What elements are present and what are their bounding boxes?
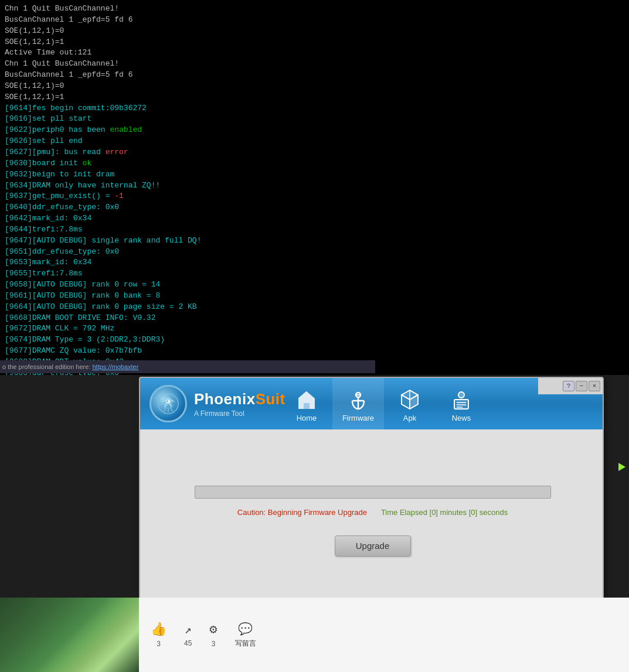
term-line: [9627][pmu]: bus read error xyxy=(5,147,624,158)
cursor-arrow xyxy=(618,463,625,471)
term-line: [9647][AUTO DEBUG] single rank and full … xyxy=(5,236,624,247)
nav-tab-home[interactable]: Home xyxy=(281,378,332,429)
share-button[interactable]: ↗ 45 xyxy=(184,622,192,647)
term-line: Chn 1 Quit BusCanChannel! xyxy=(5,59,624,70)
term-line: [9644]trefi:7.8ms xyxy=(5,224,624,236)
like-button[interactable]: 👍 3 xyxy=(151,622,166,648)
progress-bar-container xyxy=(195,486,551,499)
app-logo xyxy=(149,385,187,422)
settings-count: 3 xyxy=(212,640,216,648)
caution-text: Caution: Beginning Firmware Upgrade xyxy=(237,508,367,517)
term-line: [9655]trefi:7.8ms xyxy=(5,268,624,279)
term-line: [9642]mark_id: 0x34 xyxy=(5,213,624,224)
nav-tab-news[interactable]: News xyxy=(436,378,487,429)
brand-prefix: Phoenix xyxy=(194,390,256,408)
svg-point-1 xyxy=(166,400,170,403)
term-line: SOE(1,12,1)=1 xyxy=(5,92,624,103)
nav-tab-apk[interactable]: Apk xyxy=(384,378,436,429)
settings-button[interactable]: ⚙ 3 xyxy=(209,622,217,648)
terminal: Chn 1 Quit BusCanChannel! BusCanChannel … xyxy=(0,0,629,375)
bottom-section: 👍 3 ↗ 45 ⚙ 3 💬 写留言 xyxy=(0,598,629,672)
share-count: 45 xyxy=(184,639,192,647)
dialog-titlebar: ? − × xyxy=(538,378,603,394)
term-line: [9632]beign to init dram xyxy=(5,169,624,180)
minimize-button[interactable]: − xyxy=(576,381,587,391)
phoenix-icon xyxy=(157,393,179,415)
nav-firmware-label: Firmware xyxy=(342,414,374,422)
term-line: [9674]DRAM Type = 3 (2:DDR2,3:DDR3) xyxy=(5,335,624,346)
term-line: [9653]mark_id: 0x34 xyxy=(5,257,624,268)
term-line: [9668]DRAM BOOT DRIVE INFO: V0.32 xyxy=(5,313,624,324)
home-icon xyxy=(295,388,318,411)
term-line: SOE(1,12,1)=0 xyxy=(5,81,624,92)
dialog-header: PhoenixSuit A Firmware Tool Home xyxy=(140,378,604,429)
anchor-icon xyxy=(346,388,370,411)
term-line: [9677]DRAMC ZQ value: 0x7b7bfb xyxy=(5,346,624,357)
term-line: [9614]fes begin commit:09b36272 xyxy=(5,103,624,114)
term-line: [9616]set pll start xyxy=(5,114,624,125)
comment-icon: 💬 xyxy=(238,622,253,636)
share-icon: ↗ xyxy=(185,622,192,637)
term-line: [9661][AUTO DEBUG] rank 0 bank = 8 xyxy=(5,291,624,302)
mobaxterm-link[interactable]: https://mobaxter xyxy=(93,363,139,370)
brand-tagline: A Firmware Tool xyxy=(194,410,285,418)
term-line: [9658][AUTO DEBUG] rank 0 row = 14 xyxy=(5,279,624,291)
nav-tabs: Home Firmware xyxy=(281,378,487,429)
phoenix-dialog: ? − × PhoenixSuit A Firmwa xyxy=(139,377,604,611)
brand-text: PhoenixSuit A Firmware Tool xyxy=(194,390,285,418)
term-line: BusCanChannel 1 _epfd=5 fd 6 xyxy=(5,70,624,81)
mobaxterm-bar: o the professional edition here: https:/… xyxy=(0,360,375,373)
svg-rect-3 xyxy=(304,403,310,409)
term-line: [9626]set pll end xyxy=(5,136,624,147)
svg-point-2 xyxy=(167,401,168,402)
svg-point-16 xyxy=(458,392,464,398)
term-line: [9664][AUTO DEBUG] rank 0 page size = 2 … xyxy=(5,302,624,313)
term-line: [9622]periph0 has been enabled xyxy=(5,125,624,136)
bottom-image xyxy=(0,598,139,672)
term-line: SOE(1,12,1)=0 xyxy=(5,26,624,37)
term-line: BusCanChannel 1 _epfd=5 fd 6 xyxy=(5,15,624,26)
status-row: Caution: Beginning Firmware Upgrade Time… xyxy=(237,508,508,517)
social-bar: 👍 3 ↗ 45 ⚙ 3 💬 写留言 xyxy=(139,598,629,672)
like-icon: 👍 xyxy=(151,622,166,637)
mobaxterm-text: o the professional edition here: xyxy=(2,363,90,370)
term-line: [9640]ddr_efuse_type: 0x0 xyxy=(5,202,624,213)
term-line: Active Time out:121 xyxy=(5,47,624,59)
term-line: [9637]get_pmu_exist() = -1 xyxy=(5,191,624,202)
nav-news-label: News xyxy=(452,414,471,422)
comment-button[interactable]: 💬 写留言 xyxy=(235,622,256,649)
term-line: [9651]ddr_efuse_type: 0x0 xyxy=(5,247,624,258)
term-line: [9672]DRAM CLK = 792 MHz xyxy=(5,323,624,335)
term-line: SOE(1,12,1)=1 xyxy=(5,37,624,48)
settings-icon: ⚙ xyxy=(209,622,217,637)
brand-name: PhoenixSuit xyxy=(194,390,285,408)
term-line: [9634]DRAM only have internal ZQ!! xyxy=(5,180,624,192)
term-line: Chn 1 Quit BusCanChannel! xyxy=(5,4,624,15)
help-button[interactable]: ? xyxy=(563,381,574,391)
newspaper-icon xyxy=(450,388,473,411)
nav-apk-label: Apk xyxy=(403,414,416,422)
dialog-content: Caution: Beginning Firmware Upgrade Time… xyxy=(140,429,604,611)
nav-home-label: Home xyxy=(297,414,317,422)
close-button[interactable]: × xyxy=(589,381,600,391)
cube-icon xyxy=(398,388,421,411)
term-line: [9630]board init ok xyxy=(5,158,624,169)
time-elapsed-text: Time Elapsed [0] minutes [0] seconds xyxy=(381,508,508,517)
nav-tab-firmware[interactable]: Firmware xyxy=(332,378,384,429)
upgrade-button[interactable]: Upgrade xyxy=(335,535,411,557)
comment-label: 写留言 xyxy=(235,639,256,649)
like-count: 3 xyxy=(157,640,161,648)
